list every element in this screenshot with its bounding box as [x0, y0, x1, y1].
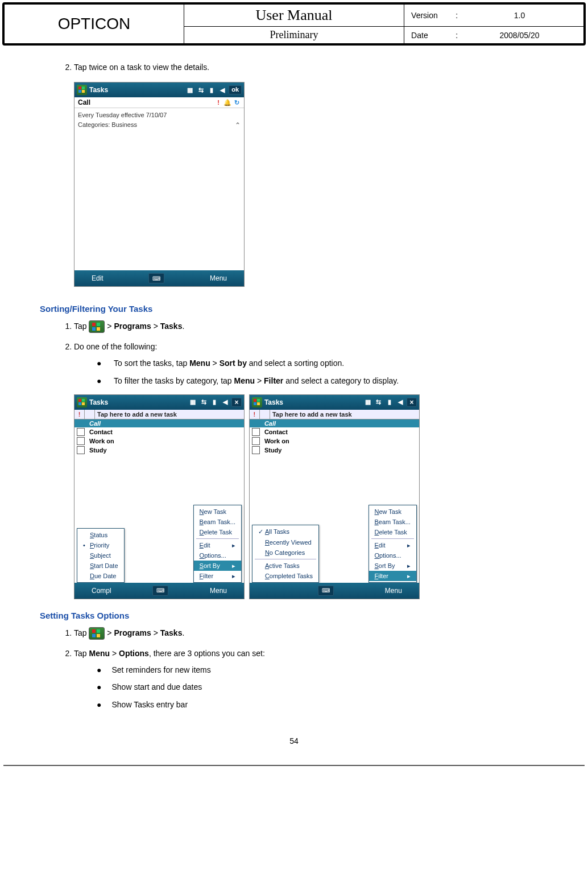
- close-button[interactable]: ×: [407, 398, 417, 407]
- softkey-left[interactable]: Compl: [92, 587, 111, 595]
- sort-step-1: Tap > Programs > Tasks.: [74, 318, 548, 334]
- task-label: Call: [89, 420, 101, 427]
- checkbox-icon[interactable]: [77, 428, 85, 436]
- signal-icon[interactable]: ▮: [210, 398, 219, 407]
- menu-item[interactable]: Active Tasks: [252, 561, 318, 571]
- priority-col[interactable]: !: [74, 410, 85, 419]
- window-title: Tasks: [89, 86, 108, 94]
- network-icon[interactable]: ▦: [185, 85, 194, 94]
- date-value: 2008/05/20: [462, 31, 577, 40]
- menu-item[interactable]: Status: [77, 530, 124, 540]
- keyboard-icon[interactable]: ⌨: [318, 586, 334, 596]
- task-label: Work on: [89, 438, 114, 444]
- path-programs: Programs: [114, 322, 151, 331]
- menu-item[interactable]: Start Date: [77, 561, 124, 571]
- menu-item[interactable]: Recently Viewed: [252, 537, 318, 547]
- task-row[interactable]: Study: [74, 446, 244, 455]
- checkbox-icon[interactable]: [77, 446, 85, 454]
- task-row[interactable]: Work on: [74, 436, 244, 446]
- path-programs: Programs: [114, 628, 151, 637]
- priority-icon: !: [214, 98, 222, 106]
- sort-step-2: Do one of the following: To sort the tas…: [74, 339, 548, 390]
- add-task-input[interactable]: Tap here to add a new task: [95, 410, 244, 419]
- keyboard-icon[interactable]: ⌨: [152, 586, 168, 596]
- menu-item[interactable]: New Task: [194, 506, 241, 517]
- task-row[interactable]: Work on: [250, 436, 419, 446]
- version-row: Version : 1.0: [404, 5, 584, 27]
- menu-item[interactable]: Edit▸: [194, 540, 241, 550]
- task-label: Call: [264, 420, 276, 427]
- collapse-icon[interactable]: ⌃: [235, 120, 241, 130]
- task-row[interactable]: Contact: [74, 427, 244, 436]
- task-header: Call ! 🔔 ↻: [74, 97, 244, 108]
- softkey-right[interactable]: Menu: [210, 274, 227, 282]
- task-detail-line1: Every Tuesday effective 7/10/07: [78, 110, 241, 120]
- menu-item[interactable]: Options...: [194, 550, 241, 561]
- menu-item[interactable]: Subject: [77, 550, 124, 561]
- window-title: Tasks: [264, 398, 283, 406]
- softkey-right[interactable]: Menu: [385, 587, 402, 595]
- options-step-1: Tap > Programs > Tasks.: [74, 625, 548, 641]
- volume-icon[interactable]: ◀: [218, 85, 227, 94]
- menu-item[interactable]: Delete Task: [369, 527, 416, 537]
- network-icon[interactable]: ▦: [188, 398, 197, 407]
- menu-item[interactable]: Sort By▸: [369, 561, 416, 571]
- options-step-2: Tap Menu > Options, there are 3 options …: [74, 645, 548, 714]
- menu-item[interactable]: New Task: [369, 506, 416, 517]
- task-detail-line2: Categories: Business: [78, 121, 137, 128]
- checkbox-icon[interactable]: [252, 437, 260, 445]
- menu-item[interactable]: Beam Task...: [369, 517, 416, 527]
- menu-item[interactable]: No Categories: [252, 547, 318, 558]
- checkbox-icon[interactable]: [77, 437, 85, 445]
- task-row[interactable]: Call: [74, 419, 244, 427]
- add-task-input[interactable]: Tap here to add a new task: [270, 410, 419, 419]
- ok-button[interactable]: ok: [229, 85, 242, 94]
- menu-item[interactable]: Filter▸: [194, 571, 241, 581]
- start-icon: [89, 320, 105, 333]
- task-row[interactable]: Study: [250, 446, 419, 455]
- task-row[interactable]: Call: [250, 419, 419, 427]
- volume-icon[interactable]: ◀: [396, 398, 405, 407]
- signal-icon[interactable]: ▮: [385, 398, 394, 407]
- reminder-icon: 🔔: [223, 98, 231, 106]
- check-col: [85, 410, 95, 419]
- checkbox-icon[interactable]: [252, 428, 260, 436]
- checkbox-icon[interactable]: [252, 446, 260, 454]
- sync-icon[interactable]: ⇆: [196, 85, 205, 94]
- menu-item[interactable]: •Priority: [77, 540, 124, 550]
- screenshot-filter: Tasks ▦ ⇆ ▮ ◀ × ! Tap here to add a new …: [249, 394, 420, 599]
- softkey-right[interactable]: Menu: [210, 587, 227, 595]
- menu-item[interactable]: Delete Task: [194, 527, 241, 537]
- task-row[interactable]: Contact: [250, 427, 419, 436]
- priority-col[interactable]: !: [250, 410, 260, 419]
- start-icon[interactable]: [77, 85, 87, 95]
- sync-icon[interactable]: ⇆: [374, 398, 383, 407]
- task-list: CallContactWork onStudy: [250, 419, 419, 455]
- signal-icon[interactable]: ▮: [207, 85, 216, 94]
- page-number: 54: [40, 736, 548, 746]
- menu-item[interactable]: Options...: [369, 550, 416, 561]
- menu-item[interactable]: Due Date: [77, 571, 124, 581]
- date-label: Date: [411, 31, 451, 40]
- menu-item[interactable]: Edit▸: [369, 540, 416, 550]
- version-value: 1.0: [462, 11, 577, 20]
- start-icon[interactable]: [252, 397, 262, 407]
- keyboard-icon[interactable]: ⌨: [148, 273, 164, 283]
- footer-rule: [3, 765, 585, 766]
- task-label: Contact: [89, 429, 113, 435]
- menu-item[interactable]: Beam Task...: [194, 517, 241, 527]
- step-2: Tap twice on a task to view the details.: [74, 59, 548, 75]
- menu-item[interactable]: Sort By▸: [194, 561, 241, 571]
- close-button[interactable]: ×: [231, 398, 242, 407]
- sort-bullet-2: To filter the tasks by category, tap Men…: [97, 372, 548, 390]
- menu-item[interactable]: Completed Tasks: [252, 571, 318, 581]
- doc-subtitle: Preliminary: [184, 27, 404, 44]
- softkey-left[interactable]: Edit: [92, 274, 103, 282]
- sync-icon[interactable]: ⇆: [199, 398, 208, 407]
- menu-item[interactable]: Filter▸: [369, 571, 416, 581]
- network-icon[interactable]: ▦: [363, 398, 372, 407]
- start-icon[interactable]: [77, 397, 87, 407]
- volume-icon[interactable]: ◀: [221, 398, 230, 407]
- option-bullet: Set reminders for new items: [97, 661, 548, 679]
- menu-item[interactable]: ✓All Tasks: [252, 526, 318, 537]
